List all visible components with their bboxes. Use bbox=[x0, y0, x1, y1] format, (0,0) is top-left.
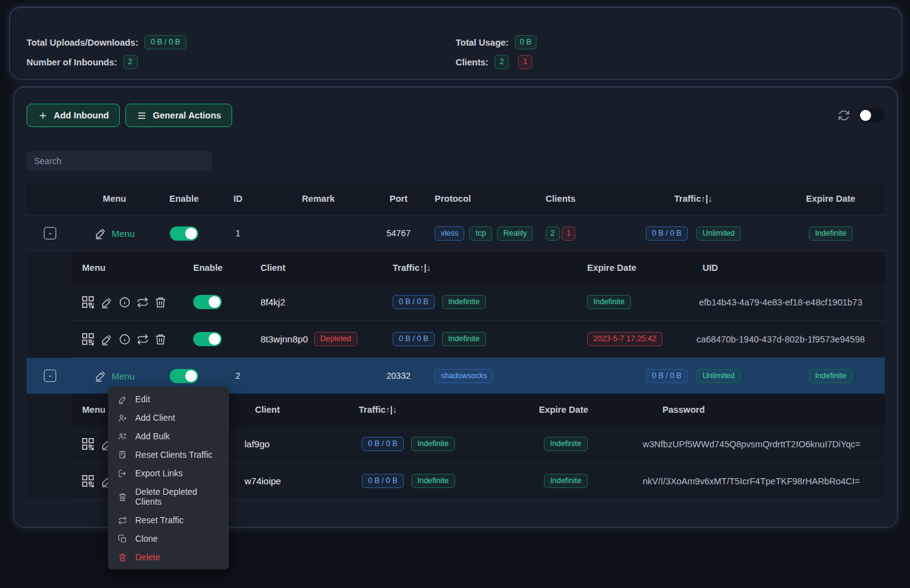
traffic-tag: 0 B / 0 B bbox=[393, 295, 435, 309]
stat-total-usage: Total Usage: 0 B bbox=[456, 35, 536, 49]
menu-item-add-bulk[interactable]: Add Bulk bbox=[108, 427, 229, 445]
header-expire-date: Expire Date bbox=[777, 194, 885, 204]
client-traffic: 0 B / 0 B Indefinite bbox=[374, 295, 553, 309]
info-icon[interactable] bbox=[119, 296, 131, 308]
header-uid: UID bbox=[677, 263, 885, 273]
inbound-1-enable-toggle[interactable] bbox=[170, 226, 198, 241]
client-actions bbox=[72, 295, 186, 309]
plus-icon bbox=[38, 110, 48, 121]
info-icon[interactable] bbox=[119, 333, 131, 346]
expire-tag: 2023-5-7 17:25:42 bbox=[587, 332, 662, 346]
menu-item-reset-traffic[interactable]: Reset Traffic bbox=[108, 511, 229, 529]
stat-total-usage-label: Total Usage: bbox=[456, 38, 509, 48]
client-name: w74ioipe bbox=[235, 476, 340, 486]
inbound-2-traffic: 0 B / 0 B Unlimited bbox=[610, 369, 777, 383]
header-port: Port bbox=[372, 194, 425, 204]
traffic-tag: 0 B / 0 B bbox=[362, 437, 404, 451]
protocol-tag: vless bbox=[435, 226, 464, 241]
client-name: laf9go bbox=[235, 439, 340, 449]
header-expire-date: Expire Date bbox=[553, 263, 677, 273]
stat-number-inbounds: Number of Inbounds: 2 bbox=[27, 55, 138, 69]
pencil-icon bbox=[94, 370, 107, 382]
general-actions-label: General Actions bbox=[152, 110, 221, 120]
menu-item-edit[interactable]: Edit bbox=[108, 390, 229, 408]
header-enable: Enable bbox=[186, 263, 254, 273]
reset-traffic-icon[interactable] bbox=[136, 296, 149, 308]
protocol-tag: shadowsocks bbox=[435, 369, 493, 383]
client-name: 8f4kj2 bbox=[254, 297, 374, 307]
header-traffic[interactable]: Traffic↑|↓ bbox=[340, 405, 519, 415]
inbound-2-port: 20332 bbox=[372, 371, 425, 381]
client-expire: Indefinite bbox=[519, 474, 643, 488]
stat-number-inbounds-value: 2 bbox=[123, 55, 138, 69]
search-input[interactable] bbox=[27, 151, 212, 171]
toolbar-right bbox=[838, 109, 885, 122]
client-password: w3NfbzUPf5WWd745Q8pvsmQrdrttT2IO6knuI7Di… bbox=[643, 439, 885, 449]
stats-card: Total Uploads/Downloads: 0 B / 0 B Numbe… bbox=[9, 7, 902, 80]
stat-total-uploads-label: Total Uploads/Downloads: bbox=[27, 38, 138, 48]
inbound-2-expire: Indefinite bbox=[777, 369, 885, 383]
qrcode-icon[interactable] bbox=[81, 437, 95, 451]
client-row: 8f4kj2 0 B / 0 B Indefinite Indefinite e… bbox=[72, 284, 885, 321]
menu-item-delete-depleted-clients[interactable]: Delete Depleted Clients bbox=[108, 482, 229, 511]
delete-client-icon[interactable] bbox=[154, 296, 167, 308]
inbound-1-clients: 2 1 bbox=[511, 226, 610, 241]
users-add-icon bbox=[118, 432, 127, 441]
inbound-1-expire: Indefinite bbox=[777, 226, 885, 241]
header-menu: Menu bbox=[73, 194, 156, 204]
add-inbound-button[interactable]: Add Inbound bbox=[27, 104, 120, 127]
dark-mode-toggle[interactable] bbox=[859, 109, 885, 122]
traffic-tag: 0 B / 0 B bbox=[646, 369, 688, 383]
client-actions bbox=[72, 332, 186, 346]
client-traffic: 0 B / 0 B Indefinite bbox=[374, 332, 553, 346]
client-traffic: 0 B / 0 B Indefinite bbox=[340, 474, 519, 488]
qrcode-icon[interactable] bbox=[81, 332, 95, 346]
stat-number-inbounds-label: Number of Inbounds: bbox=[27, 57, 117, 67]
inbound-row-1: - Menu 1 54767 vless tcp Reality 2 1 bbox=[27, 215, 885, 252]
header-traffic[interactable]: Traffic↑|↓ bbox=[374, 263, 553, 273]
refresh-icon[interactable] bbox=[838, 109, 850, 122]
client-expire: Indefinite bbox=[553, 295, 677, 309]
traffic-limit-tag: Indefinite bbox=[442, 332, 486, 346]
file-reset-icon bbox=[118, 450, 127, 460]
edit-client-icon[interactable] bbox=[101, 333, 113, 346]
edit-client-icon[interactable] bbox=[101, 296, 113, 308]
header-traffic[interactable]: Traffic↑|↓ bbox=[610, 194, 777, 204]
add-inbound-label: Add Inbound bbox=[54, 110, 109, 120]
client-expire: Indefinite bbox=[519, 437, 643, 451]
toolbar: Add Inbound General Actions bbox=[27, 103, 885, 128]
collapse-row-button[interactable]: - bbox=[44, 370, 56, 382]
client-traffic: 0 B / 0 B Indefinite bbox=[340, 437, 519, 451]
delete-client-icon[interactable] bbox=[154, 333, 167, 346]
reset-traffic-icon[interactable] bbox=[136, 333, 149, 346]
menu-item-add-client[interactable]: Add Client bbox=[108, 408, 229, 427]
traffic-limit-tag: Indefinite bbox=[411, 474, 455, 488]
traffic-limit-tag: Indefinite bbox=[411, 437, 455, 451]
menu-label: Menu bbox=[112, 228, 135, 239]
pencil-icon bbox=[118, 395, 127, 404]
menu-item-reset-clients-traffic[interactable]: Reset Clients Traffic bbox=[108, 445, 229, 464]
user-add-icon bbox=[118, 413, 127, 423]
inbound-1-menu-button[interactable]: Menu bbox=[73, 227, 156, 239]
collapse-row-button[interactable]: - bbox=[44, 227, 56, 239]
client-uid: ca68470b-1940-437d-802b-1f9573e94598 bbox=[677, 334, 885, 344]
client-expire: 2023-5-7 17:25:42 bbox=[553, 332, 677, 346]
expire-tag: Indefinite bbox=[587, 295, 631, 309]
menu-item-delete[interactable]: Delete bbox=[108, 548, 229, 566]
client-enable-toggle[interactable] bbox=[193, 332, 222, 346]
copy-icon bbox=[118, 534, 127, 544]
inbound-2-enable-toggle[interactable] bbox=[170, 369, 198, 383]
client-enable-toggle[interactable] bbox=[193, 295, 222, 309]
menu-item-clone[interactable]: Clone bbox=[108, 529, 229, 548]
qrcode-icon[interactable] bbox=[81, 295, 95, 309]
qrcode-icon[interactable] bbox=[81, 474, 95, 488]
client-name-group: 8t3wjnn8p0 Depleted bbox=[254, 332, 374, 346]
header-menu: Menu bbox=[72, 263, 186, 273]
inbound-2-menu-button[interactable]: Menu bbox=[73, 370, 156, 382]
general-actions-button[interactable]: General Actions bbox=[125, 104, 232, 127]
traffic-limit-tag: Indefinite bbox=[442, 295, 486, 309]
menu-item-export-links[interactable]: Export Links bbox=[108, 464, 229, 482]
header-expire-date: Expire Date bbox=[519, 405, 643, 415]
toggle-knob bbox=[860, 110, 871, 121]
stat-total-uploads-value: 0 B / 0 B bbox=[144, 35, 186, 49]
